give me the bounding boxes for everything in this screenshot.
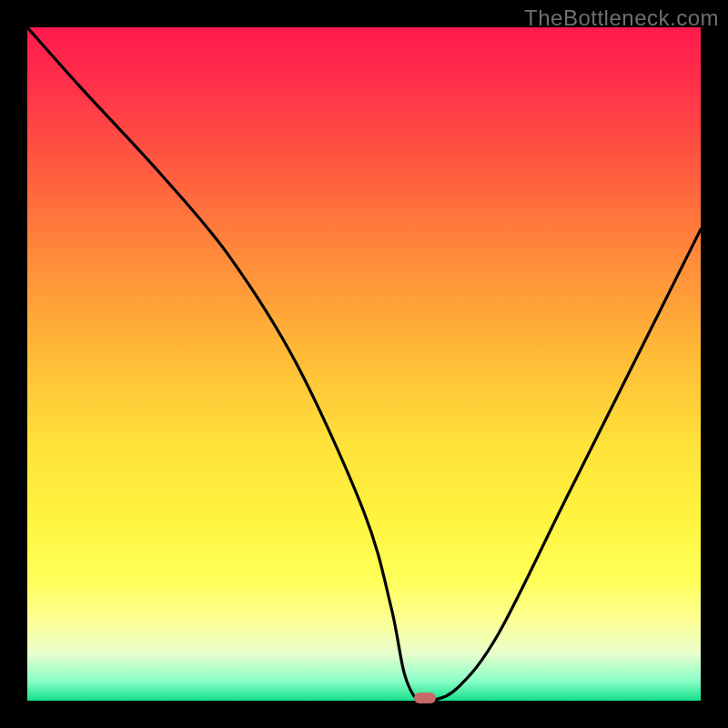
bottleneck-curve [27,27,701,701]
optimal-point-marker [414,693,436,703]
chart-frame: TheBottleneck.com [0,0,728,728]
plot-area [27,27,701,701]
